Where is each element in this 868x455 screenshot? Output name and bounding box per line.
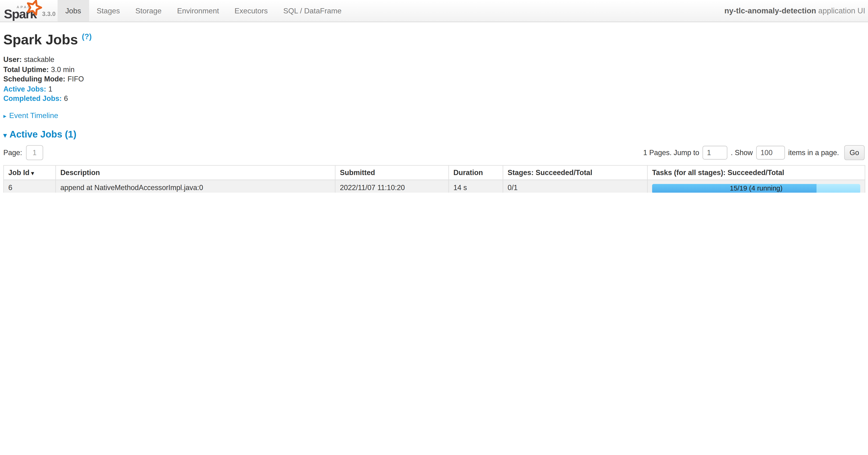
col-duration[interactable]: Duration xyxy=(448,165,503,180)
summary-list: User:stackable Total Uptime:3.0 min Sche… xyxy=(3,55,865,104)
navbar: APACHE Spark 3.3.0 Jobs Stages Storage E… xyxy=(0,0,868,22)
page-label: Page: xyxy=(3,148,22,157)
sort-desc-icon: ▾ xyxy=(31,170,34,176)
job-description: append at NativeMethodAccessorImpl.java:… xyxy=(60,183,330,192)
collapsed-triangle-icon: ▸ xyxy=(3,112,6,119)
items-per-page-input[interactable] xyxy=(756,146,785,160)
application-name: ny-tlc-anomaly-detection xyxy=(724,6,816,15)
stages-cell: 0/1 xyxy=(503,180,647,193)
event-timeline-toggle[interactable]: ▸Event Timeline xyxy=(3,111,865,120)
summary-user: User:stackable xyxy=(3,55,865,65)
tab-sql-dataframe[interactable]: SQL / DataFrame xyxy=(275,0,349,22)
tasks-cell: 15/19 (4 running) xyxy=(647,180,865,193)
show-text: . Show xyxy=(731,148,753,157)
pagination-active-top: Page: 1 Pages. Jump to . Show items in a… xyxy=(3,145,865,160)
job-id-cell: 6 xyxy=(3,180,56,193)
active-jobs-heading[interactable]: ▾Active Jobs (1) xyxy=(3,129,865,140)
help-link[interactable]: (?) xyxy=(82,32,92,41)
col-description[interactable]: Description xyxy=(56,165,335,180)
summary-uptime: Total Uptime:3.0 min xyxy=(3,64,865,75)
col-tasks[interactable]: Tasks (for all stages): Succeeded/Total xyxy=(647,165,865,180)
completed-jobs-link[interactable]: Completed Jobs: xyxy=(3,94,62,103)
col-submitted[interactable]: Submitted xyxy=(335,165,448,180)
spark-star-icon xyxy=(24,0,43,20)
duration-cell: 14 s xyxy=(448,180,503,193)
active-job-row: 6 append at NativeMethodAccessorImpl.jav… xyxy=(3,180,865,193)
summary-scheduling-mode: Scheduling Mode:FIFO xyxy=(3,75,865,84)
application-ui-suffix: application UI xyxy=(816,6,865,15)
spark-version: 3.3.0 xyxy=(42,10,56,17)
active-jobs-table: Job Id▾ Description Submitted Duration S… xyxy=(3,165,865,193)
progress-label: 15/19 (4 running) xyxy=(652,184,860,193)
nav-tabs: Jobs Stages Storage Environment Executor… xyxy=(58,0,349,22)
submitted-cell: 2022/11/07 11:10:20 xyxy=(335,180,448,193)
active-jobs-link[interactable]: Active Jobs: xyxy=(3,85,46,93)
active-jobs-header-row: Job Id▾ Description Submitted Duration S… xyxy=(3,165,865,180)
spark-jobs-page: APACHE Spark 3.3.0 Jobs Stages Storage E… xyxy=(0,0,868,193)
description-cell: append at NativeMethodAccessorImpl.java:… xyxy=(56,180,335,193)
jump-to-input[interactable] xyxy=(703,146,727,160)
application-id: ny-tlc-anomaly-detection application UI xyxy=(724,0,865,22)
col-stages[interactable]: Stages: Succeeded/Total xyxy=(503,165,647,180)
spark-logo[interactable]: APACHE Spark 3.3.0 xyxy=(0,0,58,22)
tab-stages[interactable]: Stages xyxy=(89,0,127,22)
tab-storage[interactable]: Storage xyxy=(127,0,169,22)
tab-environment[interactable]: Environment xyxy=(169,0,227,22)
tasks-progress-bar: 15/19 (4 running) xyxy=(652,184,860,193)
page-title: Spark Jobs (?) xyxy=(3,32,865,48)
page-number-input[interactable] xyxy=(26,145,43,160)
summary-active-jobs: Active Jobs:1 xyxy=(3,84,865,94)
items-text: items in a page. xyxy=(788,148,839,157)
tab-executors[interactable]: Executors xyxy=(227,0,275,22)
pages-jump-text: 1 Pages. Jump to xyxy=(643,148,699,157)
tab-jobs[interactable]: Jobs xyxy=(58,0,89,22)
go-button[interactable]: Go xyxy=(844,145,865,160)
expanded-triangle-icon: ▾ xyxy=(3,132,6,139)
col-job-id[interactable]: Job Id▾ xyxy=(3,165,56,180)
summary-completed-jobs: Completed Jobs:6 xyxy=(3,94,865,104)
event-timeline-label[interactable]: Event Timeline xyxy=(9,111,58,120)
